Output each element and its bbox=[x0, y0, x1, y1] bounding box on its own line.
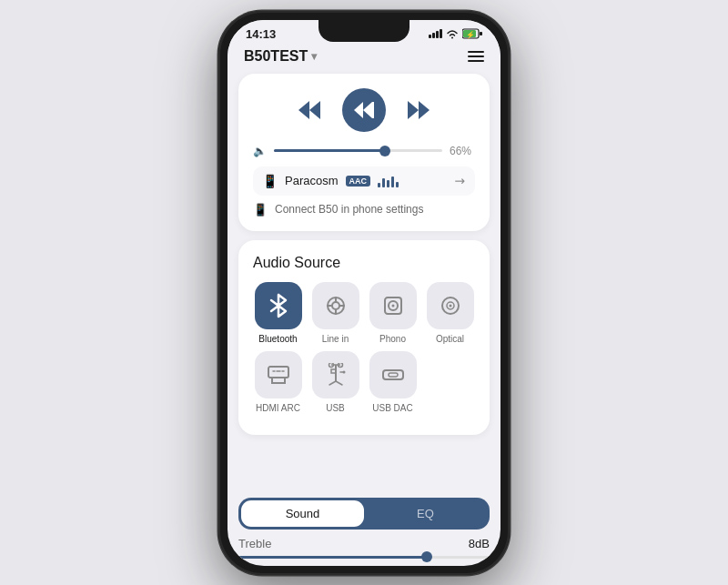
battery-icon: ⚡ bbox=[462, 28, 482, 39]
treble-slider-thumb[interactable] bbox=[421, 551, 432, 562]
svg-marker-7 bbox=[363, 102, 372, 118]
usb-dac-icon-box bbox=[369, 351, 417, 398]
svg-marker-10 bbox=[419, 101, 430, 119]
usb-symbol bbox=[326, 363, 346, 387]
sources-grid-row1: Bluetooth bbox=[253, 282, 475, 344]
source-usb[interactable]: USB bbox=[310, 351, 360, 413]
nav-bar: B50TEST bbox=[228, 45, 500, 70]
tab-eq[interactable]: EQ bbox=[364, 500, 487, 527]
svg-rect-35 bbox=[389, 373, 398, 377]
phone-wrapper: 14:13 bbox=[218, 11, 510, 575]
track-expand-button[interactable]: ↗ bbox=[451, 172, 470, 190]
menu-line-2 bbox=[468, 55, 484, 57]
optical-icon-box bbox=[427, 282, 474, 329]
hdmi-label: HDMI ARC bbox=[256, 403, 300, 413]
svg-rect-8 bbox=[372, 102, 374, 118]
hdmi-icon-box bbox=[255, 351, 302, 398]
source-bluetooth[interactable]: Bluetooth bbox=[253, 282, 303, 344]
usb-label: USB bbox=[326, 403, 345, 413]
audio-source-card: Audio Source Bluetooth bbox=[238, 240, 490, 435]
tab-sound[interactable]: Sound bbox=[241, 500, 364, 527]
tab-bar: Sound EQ bbox=[238, 498, 490, 530]
svg-text:⚡: ⚡ bbox=[466, 30, 475, 39]
svg-marker-5 bbox=[298, 101, 309, 119]
bar-5 bbox=[396, 182, 399, 187]
volume-slider-track[interactable] bbox=[274, 149, 442, 152]
bluetooth-label: Bluetooth bbox=[258, 334, 297, 344]
phone-screen: 14:13 bbox=[228, 20, 500, 566]
treble-label: Treble bbox=[238, 537, 271, 550]
bluetooth-symbol bbox=[268, 293, 289, 318]
svg-point-12 bbox=[332, 302, 339, 309]
treble-slider-fill bbox=[238, 556, 427, 559]
connect-device-icon: 📱 bbox=[253, 203, 268, 217]
bar-3 bbox=[387, 180, 389, 187]
connect-text: Connect B50 in phone settings bbox=[275, 203, 423, 216]
volume-row: 🔈 66% bbox=[253, 145, 475, 157]
status-icons: ⚡ bbox=[429, 28, 482, 39]
hamburger-menu-button[interactable] bbox=[468, 51, 484, 62]
phono-icon-box bbox=[369, 282, 417, 329]
wifi-icon bbox=[446, 28, 459, 39]
svg-rect-23 bbox=[268, 367, 288, 378]
source-line-in[interactable]: Line in bbox=[310, 282, 360, 344]
svg-rect-34 bbox=[383, 370, 403, 379]
volume-slider-fill bbox=[274, 149, 385, 152]
treble-row: Treble 8dB bbox=[238, 537, 490, 550]
line-in-icon-box bbox=[312, 282, 359, 329]
usb-dac-label: USB DAC bbox=[372, 403, 412, 413]
connect-row: 📱 Connect B50 in phone settings bbox=[253, 203, 475, 217]
volume-icon: 🔈 bbox=[253, 145, 267, 157]
track-level-bars bbox=[378, 175, 399, 187]
bar-1 bbox=[378, 183, 380, 187]
source-optical[interactable]: Optical bbox=[425, 282, 475, 344]
player-card: 🔈 66% 📱 Paracosm AAC bbox=[238, 74, 490, 231]
track-row: 📱 Paracosm AAC ↗ bbox=[253, 166, 475, 196]
usb-dac-symbol bbox=[381, 368, 405, 382]
track-name: Paracosm bbox=[285, 174, 339, 187]
content-scroll[interactable]: 🔈 66% 📱 Paracosm AAC bbox=[228, 70, 500, 498]
source-hdmi-arc[interactable]: HDMI ARC bbox=[253, 351, 303, 413]
player-controls bbox=[253, 88, 475, 132]
source-usb-dac[interactable]: USB DAC bbox=[368, 351, 418, 413]
nav-title-area[interactable]: B50TEST bbox=[244, 48, 317, 65]
nav-title-text: B50TEST bbox=[244, 48, 308, 65]
eq-section: Treble 8dB bbox=[228, 537, 500, 566]
svg-marker-4 bbox=[309, 101, 320, 119]
volume-percentage: 66% bbox=[450, 145, 475, 157]
phono-symbol bbox=[381, 294, 405, 318]
bar-4 bbox=[391, 177, 394, 187]
menu-line-1 bbox=[468, 51, 484, 53]
menu-line-3 bbox=[468, 60, 484, 62]
line-in-symbol bbox=[324, 294, 348, 318]
signal-icon bbox=[429, 29, 442, 38]
source-empty bbox=[425, 351, 475, 413]
bar-2 bbox=[382, 178, 385, 187]
svg-marker-9 bbox=[408, 101, 419, 119]
treble-slider-track[interactable] bbox=[238, 556, 490, 559]
svg-marker-6 bbox=[354, 102, 363, 118]
sources-grid-row2: HDMI ARC bbox=[253, 351, 475, 413]
usb-icon-box bbox=[312, 351, 359, 398]
fast-forward-button[interactable] bbox=[408, 101, 430, 119]
status-time: 14:13 bbox=[246, 27, 276, 41]
volume-slider-thumb[interactable] bbox=[379, 146, 390, 156]
track-device-icon: 📱 bbox=[262, 174, 278, 188]
line-in-label: Line in bbox=[322, 334, 349, 344]
svg-rect-28 bbox=[331, 369, 336, 373]
svg-point-22 bbox=[449, 304, 451, 307]
phono-label: Phono bbox=[379, 334, 406, 344]
rewind-button[interactable] bbox=[298, 101, 320, 119]
treble-value: 8dB bbox=[469, 537, 490, 550]
svg-rect-2 bbox=[480, 32, 482, 35]
optical-label: Optical bbox=[436, 334, 464, 344]
audio-source-title: Audio Source bbox=[253, 255, 475, 271]
optical-symbol bbox=[439, 294, 462, 318]
hdmi-symbol bbox=[267, 365, 290, 385]
play-pause-button[interactable] bbox=[342, 88, 386, 132]
aac-badge: AAC bbox=[346, 176, 371, 187]
source-phono[interactable]: Phono bbox=[368, 282, 418, 344]
nav-chevron-icon bbox=[311, 50, 317, 63]
bluetooth-icon-box bbox=[255, 282, 302, 329]
svg-point-19 bbox=[391, 304, 394, 307]
